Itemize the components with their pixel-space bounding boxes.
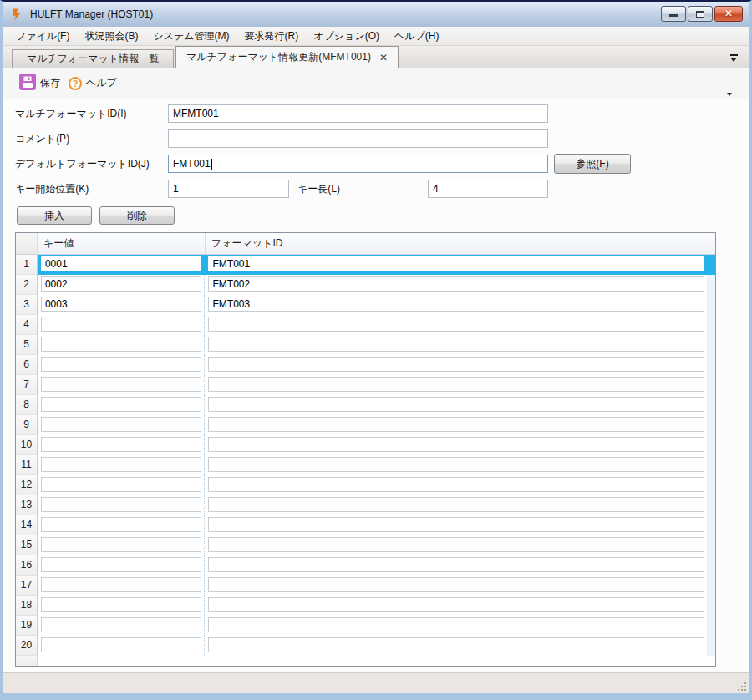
format-id-input[interactable]: [208, 397, 704, 412]
key-value-column-header: キー値: [38, 233, 205, 254]
toolbar-overflow-icon[interactable]: [727, 93, 732, 96]
table-row[interactable]: 14: [16, 515, 715, 535]
key-value-input[interactable]: [41, 577, 202, 592]
table-row[interactable]: 18: [16, 596, 715, 616]
format-id-input[interactable]: [208, 417, 704, 432]
key-value-input[interactable]: [41, 597, 202, 612]
tab-close-icon[interactable]: ✕: [379, 53, 388, 63]
tab-multiformat-update[interactable]: マルチフォーマット情報更新(MFMT001) ✕: [175, 46, 399, 68]
menu-item[interactable]: 状況照会(B): [77, 27, 145, 45]
key-value-input[interactable]: [41, 256, 202, 271]
key-value-input[interactable]: [41, 357, 202, 372]
key-length-field[interactable]: [428, 180, 548, 198]
close-button[interactable]: ✕: [714, 6, 743, 22]
key-value-input[interactable]: [41, 617, 202, 632]
menu-item[interactable]: システム管理(M): [145, 27, 236, 45]
key-value-cell: [38, 475, 205, 495]
key-value-input[interactable]: [41, 537, 202, 552]
key-value-input[interactable]: [41, 417, 202, 432]
table-row[interactable]: 13: [16, 495, 715, 515]
format-id-input[interactable]: [208, 577, 704, 592]
table-row[interactable]: 10: [16, 435, 715, 455]
save-button[interactable]: 保存: [15, 72, 64, 94]
format-id-input[interactable]: [208, 437, 704, 452]
hulft-logo-icon: [10, 8, 24, 22]
format-id-input[interactable]: [208, 477, 704, 492]
menu-item[interactable]: ヘルプ(H): [387, 27, 447, 45]
key-value-input[interactable]: [41, 397, 202, 412]
table-row[interactable]: 4: [16, 315, 715, 335]
menu-item[interactable]: ファイル(F): [8, 27, 77, 45]
table-row[interactable]: 1: [16, 255, 715, 275]
grid-actions: 挿入 削除: [17, 206, 749, 225]
insert-button[interactable]: 挿入: [17, 206, 92, 225]
format-id-cell: [204, 395, 707, 415]
format-id-input[interactable]: [208, 337, 704, 352]
format-id-input[interactable]: [208, 357, 704, 372]
menu-item[interactable]: 要求発行(R): [237, 27, 307, 45]
row-filler: [707, 596, 715, 616]
delete-button[interactable]: 削除: [99, 206, 175, 225]
format-id-input[interactable]: [208, 377, 704, 392]
key-start-field[interactable]: [168, 180, 289, 198]
row-filler: [707, 275, 715, 295]
key-value-input[interactable]: [41, 297, 202, 312]
key-value-input[interactable]: [41, 477, 202, 492]
format-id-input[interactable]: [208, 597, 704, 612]
format-id-input[interactable]: [208, 637, 704, 652]
maximize-button[interactable]: [688, 6, 713, 22]
format-id-input[interactable]: [208, 276, 704, 292]
key-value-input[interactable]: [41, 497, 202, 512]
format-id-input[interactable]: [208, 537, 704, 552]
key-value-input[interactable]: [41, 637, 202, 652]
key-value-input[interactable]: [41, 557, 202, 572]
tab-multiformat-list[interactable]: マルチフォーマット情報一覧: [12, 49, 174, 68]
multiformat-id-field[interactable]: [168, 104, 548, 123]
table-row[interactable]: 15: [16, 535, 715, 555]
key-value-input[interactable]: [41, 377, 202, 392]
table-row[interactable]: 2: [16, 275, 715, 295]
browse-button[interactable]: 参照(F): [554, 154, 631, 174]
comment-field[interactable]: [168, 129, 548, 148]
row-number: 16: [16, 555, 38, 576]
close-icon: ✕: [715, 8, 742, 19]
table-row[interactable]: 7: [16, 375, 715, 395]
table-row[interactable]: 9: [16, 415, 715, 435]
save-icon: [19, 74, 36, 93]
format-id-input[interactable]: [208, 497, 704, 512]
table-row[interactable]: 12: [16, 475, 715, 495]
format-id-input[interactable]: [208, 256, 704, 271]
menu-item[interactable]: オプション(O): [306, 27, 387, 45]
key-value-input[interactable]: [41, 276, 202, 292]
toolbar: 保存 ? ヘルプ: [3, 68, 749, 99]
format-id-cell: [204, 535, 707, 555]
resize-grip-icon[interactable]: [736, 681, 746, 691]
key-value-input[interactable]: [41, 317, 202, 332]
tab-list-dropdown-icon[interactable]: [730, 54, 738, 62]
minimize-button[interactable]: [661, 6, 686, 22]
format-id-input[interactable]: [208, 517, 704, 532]
table-row[interactable]: 5: [16, 335, 715, 355]
table-row[interactable]: 11: [16, 455, 715, 475]
format-id-input[interactable]: [208, 457, 704, 472]
default-format-id-field[interactable]: FMT001: [168, 155, 548, 173]
format-id-input[interactable]: [208, 317, 704, 332]
table-row[interactable]: 8: [16, 395, 715, 415]
row-filler: [707, 355, 715, 375]
table-row[interactable]: 17: [16, 576, 715, 596]
key-value-input[interactable]: [41, 517, 202, 532]
format-id-input[interactable]: [208, 557, 704, 572]
help-button[interactable]: ? ヘルプ: [64, 74, 121, 92]
format-id-input[interactable]: [208, 297, 704, 312]
format-id-input[interactable]: [208, 617, 704, 632]
table-row[interactable]: 19: [16, 616, 715, 636]
key-value-cell: [38, 275, 205, 295]
key-value-cell: [38, 395, 205, 415]
table-row[interactable]: 16: [16, 555, 715, 576]
key-value-input[interactable]: [41, 457, 202, 472]
key-value-input[interactable]: [41, 437, 202, 452]
table-row[interactable]: 6: [16, 355, 715, 375]
table-row[interactable]: 3: [16, 295, 715, 315]
table-row[interactable]: 20: [16, 636, 715, 656]
key-value-input[interactable]: [41, 337, 202, 352]
